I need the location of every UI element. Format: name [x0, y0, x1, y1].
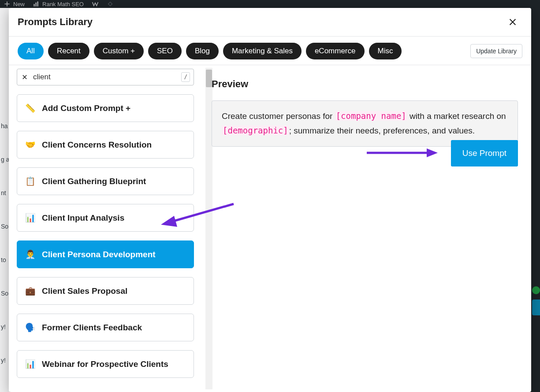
- preview-text-segment: with a market research on: [407, 111, 506, 121]
- use-prompt-button[interactable]: Use Prompt: [451, 140, 518, 166]
- background-side-tab: [532, 300, 540, 315]
- bar-chart-icon: 📊: [25, 359, 35, 369]
- svg-rect-1: [35, 3, 36, 7]
- adminbar-w3[interactable]: [92, 0, 99, 7]
- prompt-item-client-persona-development[interactable]: 👨‍💼 Client Persona Development: [17, 240, 194, 268]
- bar-chart-icon: 📊: [25, 213, 35, 223]
- prompt-item-client-input-analysis[interactable]: 📊 Client Input Analysis: [17, 204, 194, 232]
- prompt-label: Client Persona Development: [42, 250, 156, 259]
- prompt-label: Client Input Analysis: [42, 213, 124, 223]
- background-circle-icon: [532, 286, 540, 294]
- adminbar-rankmath-label: Rank Math SEO: [42, 1, 84, 7]
- filter-tabs-row: All Recent Custom + SEO Blog Marketing &…: [9, 37, 531, 65]
- prompt-item-client-concerns[interactable]: 🤝 Client Concerns Resolution: [17, 131, 194, 159]
- filter-tab-blog[interactable]: Blog: [186, 43, 219, 59]
- preview-text: Create customer personas for [company na…: [212, 100, 518, 147]
- adminbar-rankmath[interactable]: Rank Math SEO: [33, 0, 84, 7]
- update-library-button[interactable]: Update Library: [470, 44, 522, 58]
- background-page: ha g a nt So to So y! y!: [0, 8, 10, 392]
- modal-body: / 📏 Add Custom Prompt + 🤝 Client Concern…: [9, 65, 531, 392]
- diamond-icon: [107, 0, 114, 7]
- businessman-icon: 👨‍💼: [25, 249, 35, 259]
- prompt-label: Former Clients Feedback: [42, 323, 142, 333]
- bar-chart-icon: [33, 0, 40, 7]
- adminbar-diamond[interactable]: [107, 0, 114, 7]
- briefcase-icon: 💼: [25, 286, 35, 296]
- filter-tab-ecommerce[interactable]: eCommerce: [306, 43, 365, 59]
- preview-text-segment: ; summarize their needs, preferences, an…: [289, 126, 475, 135]
- handshake-icon: 🤝: [25, 140, 35, 150]
- prompt-label: Add Custom Prompt +: [42, 104, 130, 113]
- close-button[interactable]: [506, 16, 519, 28]
- close-icon: [508, 17, 518, 27]
- prompt-item-client-sales-proposal[interactable]: 💼 Client Sales Proposal: [17, 277, 194, 305]
- svg-rect-2: [37, 1, 38, 6]
- preview-text-segment: Create customer personas for: [222, 111, 335, 121]
- keyboard-shortcut-hint: /: [181, 72, 190, 82]
- clipboard-icon: 📋: [25, 176, 35, 186]
- filter-tab-recent[interactable]: Recent: [48, 43, 89, 59]
- prompt-label: Client Sales Proposal: [42, 286, 127, 296]
- filter-tab-seo[interactable]: SEO: [148, 43, 182, 59]
- prompt-item-add-custom[interactable]: 📏 Add Custom Prompt +: [17, 94, 194, 122]
- annotation-arrow-use-prompt: [366, 146, 439, 159]
- prompt-item-former-clients-feedback[interactable]: 🗣️ Former Clients Feedback: [17, 314, 194, 341]
- x-icon: [22, 74, 28, 80]
- modal-header: Prompts Library: [9, 8, 531, 37]
- prompts-library-modal: Prompts Library All Recent Custom + SEO …: [9, 8, 531, 392]
- wp-admin-bar: New Rank Math SEO: [0, 0, 540, 8]
- filter-tab-misc[interactable]: Misc: [369, 43, 402, 59]
- svg-marker-5: [427, 148, 438, 157]
- modal-title: Prompts Library: [18, 16, 93, 28]
- preview-variable-demographic: [demographic]: [222, 126, 289, 135]
- filter-tab-custom[interactable]: Custom +: [94, 43, 144, 59]
- filter-tab-all[interactable]: All: [18, 43, 44, 59]
- clear-search-button[interactable]: [21, 73, 29, 81]
- preview-heading: Preview: [212, 78, 518, 90]
- search-box: /: [17, 69, 194, 85]
- ruler-icon: 📏: [25, 103, 35, 113]
- prompt-item-client-gathering-blueprint[interactable]: 📋 Client Gathering Blueprint: [17, 167, 194, 195]
- filter-tab-marketing-sales[interactable]: Marketing & Sales: [223, 43, 302, 59]
- w-icon: [92, 0, 99, 7]
- svg-rect-3: [108, 2, 112, 6]
- speaking-head-icon: 🗣️: [25, 322, 35, 333]
- prompt-label: Client Concerns Resolution: [42, 140, 152, 150]
- adminbar-new[interactable]: New: [4, 0, 25, 7]
- plus-icon: [4, 0, 11, 7]
- prompts-list-column: / 📏 Add Custom Prompt + 🤝 Client Concern…: [9, 65, 198, 392]
- preview-variable-company: [company name]: [335, 111, 407, 121]
- prompt-label: Client Gathering Blueprint: [42, 177, 146, 186]
- preview-column: Preview Create customer personas for [co…: [198, 65, 531, 392]
- adminbar-new-label: New: [13, 1, 25, 7]
- prompt-item-webinar-prospective-clients[interactable]: 📊 Webinar for Prospective Clients: [17, 350, 194, 378]
- prompt-label: Webinar for Prospective Clients: [42, 359, 168, 369]
- svg-rect-0: [34, 4, 34, 7]
- search-input[interactable]: [33, 73, 177, 81]
